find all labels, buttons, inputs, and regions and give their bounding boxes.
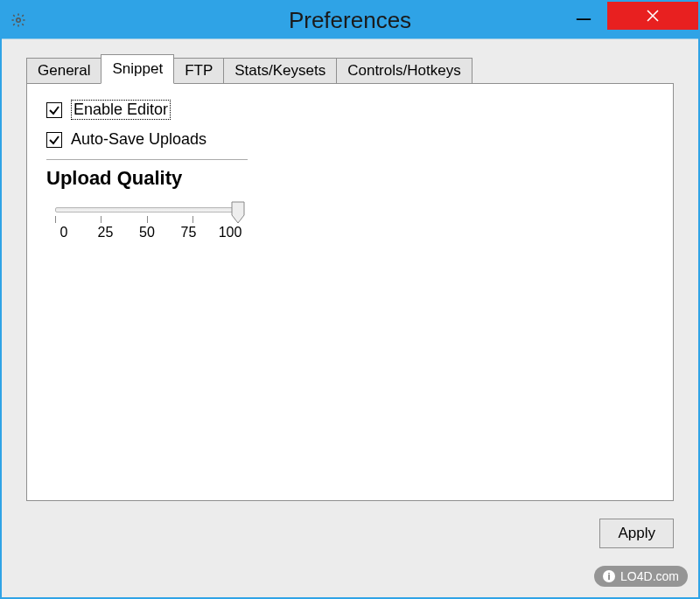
- tab-controls-hotkeys[interactable]: Controls/Hotkeys: [336, 58, 472, 83]
- tick-label: 100: [213, 225, 248, 240]
- slider-tick-labels: 0 25 50 75 100: [46, 225, 248, 240]
- window-controls: _: [560, 2, 698, 30]
- divider: [46, 159, 248, 160]
- tab-ftp[interactable]: FTP: [173, 58, 224, 83]
- tab-label: Stats/Keysets: [234, 62, 326, 79]
- tab-general[interactable]: General: [26, 58, 102, 83]
- minimize-button[interactable]: _: [560, 2, 607, 30]
- tick: [147, 216, 148, 223]
- tick-label: 25: [88, 225, 123, 240]
- tab-bar: General Snippet FTP Stats/Keysets Contro…: [26, 55, 674, 83]
- upload-quality-slider: 0 25 50 75 100: [46, 202, 248, 240]
- slider-track[interactable]: [55, 207, 239, 212]
- tick: [192, 216, 193, 223]
- tab-label: FTP: [185, 62, 213, 79]
- auto-save-uploads-label: Auto-Save Uploads: [71, 130, 206, 149]
- tab-label: General: [38, 62, 90, 79]
- slider-thumb[interactable]: [231, 201, 245, 224]
- enable-editor-label: Enable Editor: [71, 100, 171, 120]
- tick-label: 50: [130, 225, 164, 240]
- watermark: i LO4D.com: [594, 566, 688, 587]
- watermark-icon: i: [603, 570, 615, 582]
- tick: [55, 216, 56, 223]
- tab-stats-keysets[interactable]: Stats/Keysets: [223, 58, 337, 83]
- auto-save-uploads-checkbox[interactable]: [46, 132, 62, 148]
- apply-button[interactable]: Apply: [599, 519, 674, 548]
- upload-quality-heading: Upload Quality: [46, 167, 654, 190]
- gear-icon: [10, 12, 26, 28]
- apply-button-label: Apply: [618, 525, 655, 541]
- tab-label: Controls/Hotkeys: [347, 62, 460, 79]
- title-bar: Preferences _: [2, 2, 698, 38]
- tick: [101, 216, 102, 223]
- enable-editor-row: Enable Editor: [46, 100, 654, 120]
- enable-editor-checkbox[interactable]: [46, 102, 62, 118]
- auto-save-uploads-row: Auto-Save Uploads: [46, 130, 654, 149]
- tab-label: Snippet: [112, 60, 163, 77]
- tab-content: Enable Editor Auto-Save Uploads Upload Q…: [26, 83, 674, 501]
- client-area: General Snippet FTP Stats/Keysets Contro…: [2, 38, 698, 597]
- watermark-label: LO4D.com: [620, 569, 679, 583]
- preferences-window: Preferences _ General Snippet FTP Stats/…: [0, 0, 700, 599]
- tick-label: 0: [46, 225, 81, 240]
- tab-snippet[interactable]: Snippet: [101, 54, 174, 84]
- button-row: Apply: [26, 519, 674, 548]
- window-title: Preferences: [289, 7, 411, 34]
- close-button[interactable]: [607, 2, 698, 30]
- tick-label: 75: [172, 225, 206, 240]
- svg-point-0: [17, 18, 21, 23]
- slider-ticks: [55, 216, 239, 223]
